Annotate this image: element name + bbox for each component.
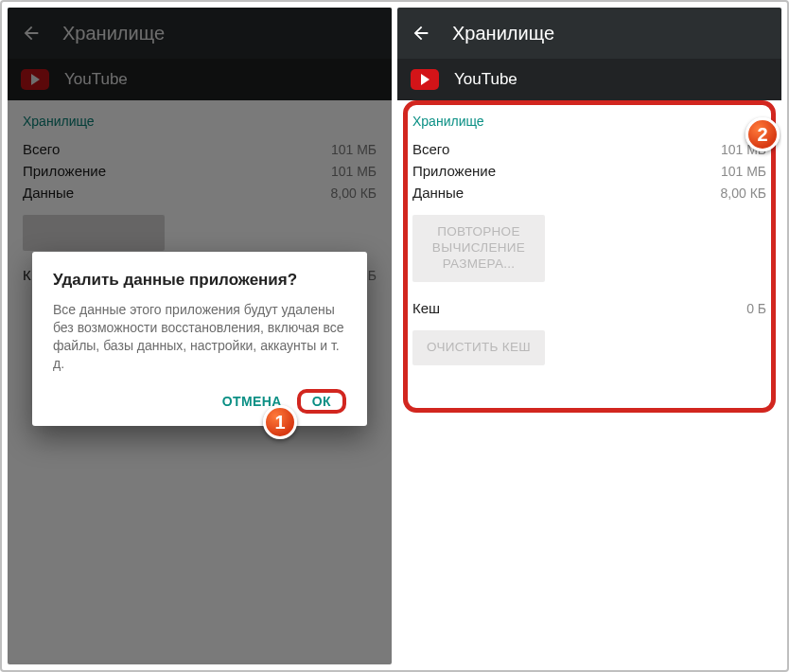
row-label: Кеш — [412, 300, 440, 316]
row-label: Данные — [23, 185, 74, 201]
step-badge-2: 2 — [745, 117, 780, 151]
row-label: Приложение — [23, 163, 106, 179]
phone-left: Хранилище YouTube Хранилище Всего 101 МБ… — [8, 8, 392, 664]
row-app: Приложение 101 МБ — [23, 160, 377, 182]
row-data: Данные 8,00 КБ — [23, 182, 377, 203]
row-data: Данные 8,00 КБ — [412, 182, 766, 203]
row-app: Приложение 101 МБ — [412, 160, 766, 182]
row-label: Всего — [23, 141, 60, 157]
back-icon[interactable] — [411, 23, 431, 44]
ok-button[interactable]: ОК — [301, 386, 342, 416]
screenshot-pair: Хранилище YouTube Хранилище Всего 101 МБ… — [0, 0, 789, 672]
row-value: 101 МБ — [331, 142, 377, 157]
section-label: Хранилище — [23, 114, 377, 129]
back-icon[interactable] — [21, 23, 42, 44]
dialog-title: Удалить данные приложения? — [53, 271, 346, 290]
row-total: Всего 101 МБ — [412, 138, 766, 160]
app-name: YouTube — [454, 70, 517, 89]
row-value: 101 МБ — [331, 164, 377, 179]
row-label: К — [23, 267, 31, 283]
row-label: Всего — [412, 141, 449, 157]
row-value: Б — [368, 268, 377, 283]
recalc-button-partial[interactable] — [23, 215, 165, 251]
row-value: 101 МБ — [721, 164, 766, 179]
row-label: Приложение — [412, 163, 496, 179]
dialog-actions: ОТМЕНА ОК — [53, 386, 346, 416]
recalc-button[interactable]: ПОВТОРНОЕ ВЫЧИСЛЕНИЕ РАЗМЕРА... — [412, 215, 545, 282]
appbar-title: Хранилище — [452, 23, 554, 44]
dialog-body: Все данные этого приложения будут удален… — [53, 301, 346, 373]
row-cache: Кеш 0 Б — [412, 297, 766, 319]
row-value: 8,00 КБ — [331, 186, 377, 201]
phone-right: Хранилище YouTube Хранилище Всего 101 МБ… — [397, 8, 781, 664]
ok-highlight: ОК — [297, 389, 346, 414]
appbar: Хранилище — [8, 8, 392, 59]
app-name: YouTube — [64, 70, 128, 89]
clear-cache-button[interactable]: ОЧИСТИТЬ КЕШ — [412, 330, 545, 365]
storage-section: Хранилище Всего 101 МБ Приложение 101 МБ… — [397, 100, 781, 375]
app-subheader: YouTube — [397, 59, 781, 100]
row-label: Данные — [412, 185, 464, 201]
row-value: 8,00 КБ — [721, 186, 766, 201]
confirm-dialog: Удалить данные приложения? Все данные эт… — [32, 252, 367, 426]
row-total: Всего 101 МБ — [23, 138, 377, 160]
badge-number: 2 — [757, 124, 767, 146]
step-badge-1: 1 — [263, 405, 297, 439]
appbar: Хранилище — [397, 8, 781, 59]
appbar-title: Хранилище — [62, 23, 165, 44]
youtube-icon — [21, 69, 49, 90]
row-value: 0 Б — [746, 301, 766, 316]
badge-number: 1 — [274, 412, 285, 433]
app-subheader: YouTube — [8, 59, 392, 100]
section-label: Хранилище — [412, 114, 766, 129]
youtube-icon — [411, 69, 439, 90]
